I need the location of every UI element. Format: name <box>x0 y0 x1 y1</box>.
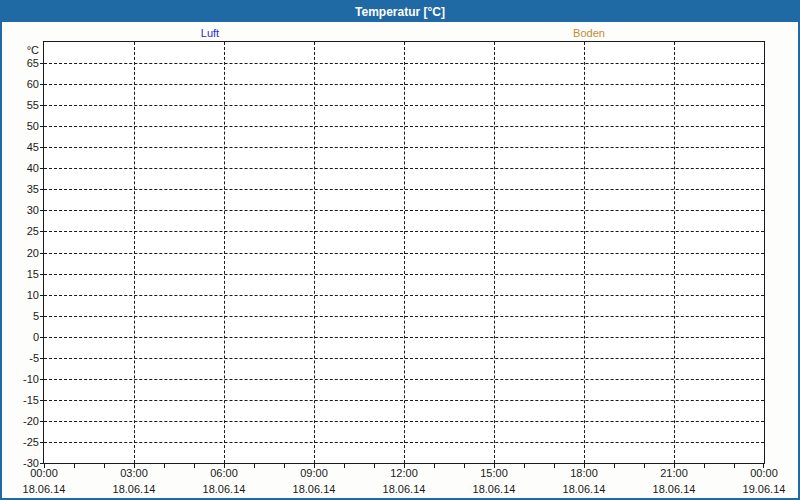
y-tick-label: 65 <box>2 57 39 70</box>
x-tick-mark <box>344 464 345 468</box>
chart-title-bar: Temperatur [°C] <box>2 2 798 22</box>
y-tick-mark <box>40 337 44 338</box>
x-tick-mark <box>524 464 525 468</box>
y-tick-label: 10 <box>2 289 39 302</box>
y-tick-mark <box>40 210 44 211</box>
y-tick-mark <box>40 442 44 443</box>
x-tick-mark <box>74 464 75 468</box>
x-tick-mark <box>254 464 255 468</box>
x-tick-mark <box>674 464 675 468</box>
x-tick-mark <box>104 464 105 468</box>
x-tick-mark <box>224 464 225 468</box>
chart-title: Temperatur [°C] <box>355 5 445 19</box>
y-tick-mark <box>40 379 44 380</box>
y-tick-mark <box>40 421 44 422</box>
legend-item-boden: Boden <box>557 27 621 40</box>
y-tick-label: 25 <box>2 225 39 238</box>
x-tick-date-label: 19.06.14 <box>724 483 800 496</box>
x-tick-date-label: 18.06.14 <box>634 483 714 496</box>
x-tick-date-label: 18.06.14 <box>4 483 84 496</box>
y-tick-label: -15 <box>2 394 39 407</box>
x-tick-date-label: 18.06.14 <box>274 483 354 496</box>
x-tick-time-label: 09:00 <box>284 467 344 480</box>
x-tick-time-label: 00:00 <box>734 467 794 480</box>
y-tick-label: 5 <box>2 310 39 323</box>
x-tick-time-label: 03:00 <box>104 467 164 480</box>
y-tick-mark <box>40 316 44 317</box>
y-tick-label: 0 <box>2 331 39 344</box>
y-tick-mark <box>40 274 44 275</box>
x-tick-mark <box>314 464 315 468</box>
y-tick-mark <box>40 84 44 85</box>
y-tick-mark <box>40 358 44 359</box>
grid-line-vertical <box>314 42 315 463</box>
y-tick-label: -10 <box>2 373 39 386</box>
x-tick-mark <box>434 464 435 468</box>
y-tick-label: -5 <box>2 352 39 365</box>
y-tick-label: 40 <box>2 162 39 175</box>
x-tick-mark <box>134 464 135 468</box>
x-tick-date-label: 18.06.14 <box>364 483 444 496</box>
grid-line-vertical <box>224 42 225 463</box>
y-tick-mark <box>40 400 44 401</box>
legend-item-luft: Luft <box>180 27 240 40</box>
y-tick-label: -20 <box>2 415 39 428</box>
y-tick-label: 45 <box>2 141 39 154</box>
y-tick-label: 60 <box>2 78 39 91</box>
y-tick-mark <box>40 253 44 254</box>
x-tick-mark <box>284 464 285 468</box>
y-tick-label: 15 <box>2 268 39 281</box>
grid-line-vertical <box>494 42 495 463</box>
grid-line-vertical <box>134 42 135 463</box>
x-tick-time-label: 00:00 <box>14 467 74 480</box>
x-tick-mark <box>554 464 555 468</box>
x-tick-date-label: 18.06.14 <box>544 483 624 496</box>
x-tick-date-label: 18.06.14 <box>184 483 264 496</box>
x-tick-time-label: 12:00 <box>374 467 434 480</box>
y-tick-label: 50 <box>2 120 39 133</box>
x-tick-mark <box>494 464 495 468</box>
y-tick-mark <box>40 63 44 64</box>
x-tick-date-label: 18.06.14 <box>454 483 534 496</box>
x-tick-mark <box>763 464 764 468</box>
x-tick-mark <box>404 464 405 468</box>
x-tick-mark <box>644 464 645 468</box>
y-tick-label: 20 <box>2 247 39 260</box>
x-tick-mark <box>164 464 165 468</box>
x-tick-mark <box>584 464 585 468</box>
x-tick-mark <box>194 464 195 468</box>
y-axis-unit-label: °C <box>2 44 39 56</box>
x-tick-time-label: 21:00 <box>644 467 704 480</box>
grid-line-vertical <box>404 42 405 463</box>
y-tick-label: 30 <box>2 204 39 217</box>
y-tick-label: 35 <box>2 183 39 196</box>
y-tick-label: 55 <box>2 99 39 112</box>
x-tick-mark <box>44 464 45 468</box>
x-tick-mark <box>374 464 375 468</box>
y-tick-mark <box>40 189 44 190</box>
y-tick-label: -25 <box>2 436 39 449</box>
x-tick-time-label: 15:00 <box>464 467 524 480</box>
x-tick-mark <box>614 464 615 468</box>
x-tick-date-label: 18.06.14 <box>94 483 174 496</box>
plot-area <box>43 41 765 464</box>
temperature-chart-widget: Temperatur [°C] Luft Boden °C 6560555045… <box>0 0 800 500</box>
y-tick-mark <box>40 168 44 169</box>
y-tick-mark <box>40 147 44 148</box>
x-tick-time-label: 18:00 <box>554 467 614 480</box>
y-tick-mark <box>40 295 44 296</box>
y-tick-mark <box>40 105 44 106</box>
x-tick-mark <box>734 464 735 468</box>
x-tick-time-label: 06:00 <box>194 467 254 480</box>
x-tick-mark <box>464 464 465 468</box>
x-tick-mark <box>704 464 705 468</box>
y-tick-mark <box>40 231 44 232</box>
y-tick-mark <box>40 126 44 127</box>
grid-line-vertical <box>674 42 675 463</box>
grid-line-vertical <box>584 42 585 463</box>
